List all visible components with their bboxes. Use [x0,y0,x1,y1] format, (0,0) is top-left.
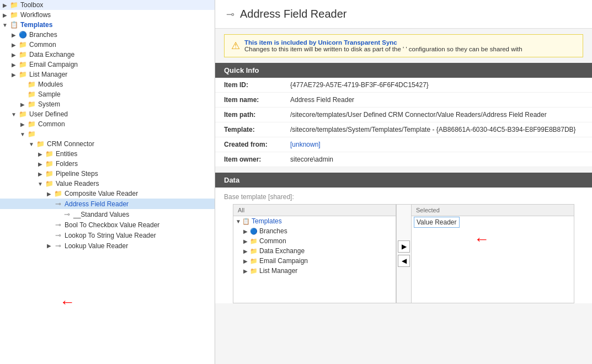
tree-item-lookup-string[interactable]: ⊸Lookop To String Value Reader [0,230,215,240]
picker-remove-button[interactable]: ◀ [398,255,410,267]
tree-item-toolbox[interactable]: ▶📁Toolbox [0,0,215,10]
tree-label-composite-value-reader: Composite Value Reader [65,190,138,197]
tree-arrow-toolbox: ▶ [1,2,9,8]
tree-item-common[interactable]: ▶📁Common [0,40,215,50]
tree-label-entities: Entities [56,150,77,158]
tree-item-bool-checkbox[interactable]: ⊸Bool To Checkbox Value Reader [0,220,215,230]
picker-all-header: All [233,205,396,216]
tree-label-pipeline-steps: Pipeline Steps [56,170,98,178]
tree-label-bool-checkbox: Bool To Checkbox Value Reader [65,221,159,229]
picker-item-label-0: Templates [252,217,282,225]
tree-icon-pipeline-steps: 📁 [44,170,54,178]
tree-icon-toolbox: 📁 [9,1,19,9]
path-highlight: CRM Connector/Value Readers/Address Fiel… [388,111,546,119]
tree-item-lookup-value[interactable]: ▶⊸Lookup Value Reader [0,240,215,251]
info-row-owner: Item owner: sitecore\admin [215,152,592,167]
tree-item-standard-values[interactable]: ⊸__Standard Values [0,209,215,220]
picker-item-4[interactable]: ▶📁Email Campaign [233,256,396,266]
tree-icon-standard-values: ⊸ [62,210,72,218]
picker-item-icon-4: 📁 [250,258,258,265]
tree-item-workflows[interactable]: ▶📁Workflows [0,10,215,20]
tree-item-pipeline-steps[interactable]: ▶📁Pipeline Steps [0,169,215,179]
tree-icon-bool-checkbox: ⊸ [53,221,63,229]
picker-item-icon-3: 📁 [250,248,258,255]
quick-info-header: Quick Info [215,63,592,78]
tree-icon-workflows: 📁 [9,11,19,19]
tree-icon-lookup-string: ⊸ [53,231,63,239]
info-value-owner: sitecore\admin [290,156,333,163]
tree-item-entities[interactable]: ▶📁Entities [0,149,215,159]
picker-selected-column[interactable]: Selected Value Reader [412,205,574,303]
info-value-created: [unknown] [290,141,321,148]
tree-item-email-campaign[interactable]: ▶📁Email Campaign [0,60,215,69]
info-label-id: Item ID: [224,81,290,89]
tree-icon-value-readers: 📁 [44,180,54,188]
picker-item-3[interactable]: ▶📁Data Exchange [233,246,396,256]
tree-item-crm-connector[interactable]: ▼📁CRM Connector [0,139,215,149]
picker-item-label-3: Data Exchange [259,247,305,255]
tree-item-templates[interactable]: ▼📋Templates [0,20,215,30]
tree-arrow-entities: ▶ [36,151,44,157]
tree-item-address-field-reader[interactable]: ⊸Address Field Reader [0,199,215,209]
data-section-body: Base template [shared]: All ▼📋Templates▶… [215,188,592,303]
tree-label-toolbox: Toolbox [20,1,43,9]
picker-selected-items: Value Reader [412,216,574,228]
tree-icon-templates: 📋 [9,21,19,29]
tree-label-user-defined: User Defined [29,110,68,118]
tree-item-value-readers[interactable]: ▼📁Value Readers [0,179,215,189]
tree-label-email-campaign: Email Campaign [29,61,78,68]
tree-item-folders[interactable]: ▶📁Folders [0,159,215,169]
tree-arrow-composite-value-reader: ▶ [45,191,53,197]
tree-icon-crm-parent: 📁 [26,130,36,138]
picker-all-column[interactable]: All ▼📋Templates▶🔵Branches▶📁Common▶📁Data … [233,205,396,303]
tree-label-templates: Templates [20,21,52,29]
tree-arrow-branches: ▶ [10,32,18,38]
picker-item-icon-1: 🔵 [250,228,258,235]
tree-arrow-user-defined: ▼ [10,111,18,117]
picker-item-icon-0: 📋 [242,218,250,225]
tree-icon-modules: 📁 [26,81,36,88]
info-label-name: Item name: [224,96,290,104]
picker-item-label-2: Common [259,237,286,245]
info-row-template: Template: /sitecore/templates/System/Tem… [215,122,592,137]
warning-text-line1: This item is included by Unicorn Transpa… [244,39,522,46]
item-header-icon: ⊸ [226,8,234,20]
tree-item-list-manager[interactable]: ▶📁List Manager [0,69,215,79]
template-picker: All ▼📋Templates▶🔵Branches▶📁Common▶📁Data … [233,204,574,303]
tree-arrow-list-manager: ▶ [10,72,18,78]
tree-icon-email-campaign: 📁 [18,61,28,68]
tree-item-sample[interactable]: 📁Sample [0,89,215,99]
info-row-created: Created from: [unknown] [215,137,592,152]
picker-add-button[interactable]: ▶ [398,240,410,253]
tree-item-branches[interactable]: ▶🔵Branches [0,30,215,40]
warning-text-line2: Changes to this item will be written to … [244,46,522,52]
tree-icon-crm-connector: 📁 [35,140,45,148]
tree-label-crm-connector: CRM Connector [47,140,94,148]
path-part1: /sitecore/templates/User Defined [290,111,386,119]
picker-item-label-1: Branches [259,227,287,235]
tree-item-system[interactable]: ▶📁System [0,99,215,109]
tree-item-data-exchange[interactable]: ▶📁Data Exchange [0,50,215,60]
picker-selected-header: Selected [412,205,574,216]
picker-item-1[interactable]: ▶🔵Branches [233,226,396,236]
picker-item-label-4: Email Campaign [259,257,308,265]
tree-item-user-defined[interactable]: ▼📁User Defined [0,109,215,119]
picker-item-2[interactable]: ▶📁Common [233,236,396,246]
tree-icon-composite-value-reader: 📁 [53,190,63,197]
picker-item-0[interactable]: ▼📋Templates [233,216,396,226]
warning-content: This item is included by Unicorn Transpa… [244,39,522,52]
tree-item-common2[interactable]: ▶📁Common [0,119,215,129]
info-row-path: Item path: /sitecore/templates/User Defi… [215,108,592,122]
tree-label-folders: Folders [56,160,78,168]
left-tree-panel[interactable]: ▶📁Toolbox▶📁Workflows▼📋Templates▶🔵Branche… [0,0,215,364]
tree-icon-data-exchange: 📁 [18,51,28,58]
tree-arrow-lookup-value: ▶ [45,243,53,249]
info-label-created: Created from: [224,141,290,148]
tree-label-system: System [38,100,60,108]
tree-icon-system: 📁 [26,100,36,108]
tree-item-crm-parent[interactable]: ▼📁 [0,129,215,139]
tree-item-modules[interactable]: 📁Modules [0,79,215,89]
tree-arrow-email-campaign: ▶ [10,62,18,68]
tree-item-composite-value-reader[interactable]: ▶📁Composite Value Reader [0,189,215,199]
picker-item-5[interactable]: ▶📁List Manager [233,266,396,276]
